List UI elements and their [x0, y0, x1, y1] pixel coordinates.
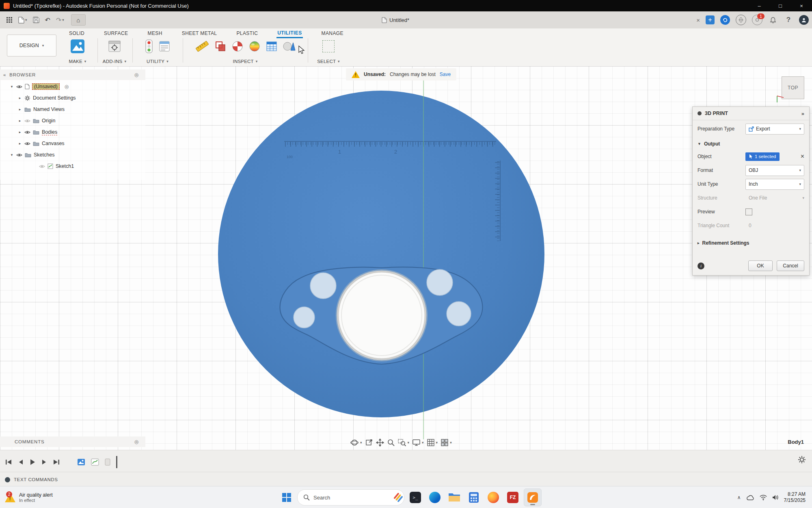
notifications-bell-icon[interactable] [768, 15, 778, 25]
skip-to-end-button[interactable] [53, 459, 60, 465]
browser-item-bodies[interactable]: ▸ Bodies [18, 127, 57, 137]
orbit-button[interactable]: ▾ [350, 438, 362, 447]
grid-settings-button[interactable]: ▾ [427, 439, 438, 447]
timeline-sketch-feature-icon[interactable] [91, 458, 99, 466]
weather-widget[interactable]: ! 2 Air quality alert In effect [0, 492, 98, 503]
simulation-traffic-light-icon[interactable] [145, 39, 153, 54]
start-button[interactable] [279, 489, 295, 506]
tab-surface[interactable]: SURFACE [103, 29, 129, 37]
tab-plastic[interactable]: PLASTIC [235, 29, 259, 37]
select-group-label[interactable]: SELECT▾ [317, 59, 340, 65]
minimize-button[interactable]: – [749, 0, 770, 11]
help-icon[interactable]: ? [784, 15, 793, 25]
bolt-hole[interactable] [447, 302, 471, 326]
caret-right-icon[interactable]: ▸ [18, 119, 22, 123]
caret-down-icon[interactable]: ▾ [10, 85, 14, 89]
ok-button[interactable]: OK [748, 261, 773, 271]
collapse-panel-icon[interactable]: « [3, 72, 6, 77]
make-group-label[interactable]: MAKE▾ [69, 59, 86, 65]
app-grid-icon[interactable] [3, 14, 15, 26]
interference-icon[interactable] [214, 40, 227, 52]
addins-group-label[interactable]: ADD-INS▾ [103, 59, 126, 65]
maximize-button[interactable]: □ [770, 0, 791, 11]
eye-icon[interactable] [16, 153, 22, 157]
eye-hidden-icon[interactable] [24, 119, 30, 123]
caret-right-icon[interactable]: ▸ [18, 141, 22, 145]
search-box[interactable]: Search [297, 489, 404, 506]
browser-item-origin[interactable]: ▸ Origin [18, 115, 55, 126]
taskbar-app-calculator[interactable] [465, 489, 482, 506]
onedrive-cloud-icon[interactable] [746, 495, 754, 500]
info-icon[interactable]: i [698, 263, 704, 269]
comments-panel-header[interactable]: COMMENTS ◎ [0, 436, 145, 447]
undo-button[interactable]: ↶ [42, 14, 53, 26]
step-forward-button[interactable] [41, 459, 47, 465]
timeline-settings-gear-icon[interactable] [797, 455, 806, 464]
timeline-canvas-feature-icon[interactable] [77, 458, 85, 466]
save-button[interactable] [30, 14, 42, 26]
taskbar-app-explorer[interactable] [446, 489, 463, 506]
activate-component-radio[interactable]: ◎ [65, 84, 69, 89]
taskbar-app-filezilla[interactable]: FZ [504, 489, 521, 506]
clear-selection-icon[interactable]: × [801, 153, 804, 160]
taskbar-clock[interactable]: 8:27 AM 7/15/2025 [784, 491, 806, 504]
wifi-icon[interactable] [760, 495, 767, 500]
browser-item-canvases[interactable]: ▸ Canvases [18, 138, 65, 149]
center-bore[interactable] [338, 271, 425, 359]
caret-right-icon[interactable]: ▸ [18, 96, 22, 100]
text-commands-bar[interactable]: TEXT COMMANDS [0, 472, 812, 487]
taskbar-app-firefox[interactable] [485, 489, 502, 506]
make-3d-print-icon[interactable] [69, 38, 86, 54]
curvature-analysis-icon[interactable] [248, 40, 261, 52]
step-back-button[interactable] [18, 459, 24, 465]
eye-icon[interactable] [24, 130, 30, 135]
eye-icon[interactable] [24, 141, 30, 146]
skip-to-start-button[interactable] [5, 459, 12, 465]
tab-solid[interactable]: SOLID [68, 29, 85, 37]
workspace-switcher[interactable]: DESIGN ▾ [7, 35, 56, 56]
viewports-button[interactable]: ▾ [441, 439, 452, 447]
measure-icon[interactable] [195, 40, 209, 53]
canvas-image-disk[interactable] [218, 91, 544, 417]
home-view-button[interactable]: ⌂ [71, 14, 86, 26]
document-tab[interactable]: Untitled* [382, 11, 409, 28]
browser-item-sketches[interactable]: ▾ Sketches [10, 150, 54, 160]
caret-right-icon[interactable]: ▸ [18, 107, 22, 111]
panel-options-icon[interactable]: ◎ [134, 72, 139, 78]
caret-right-icon[interactable]: ▸ [18, 130, 22, 134]
display-settings-button[interactable]: ▾ [412, 439, 424, 447]
tab-manage[interactable]: MANAGE [321, 29, 344, 37]
file-menu-button[interactable]: ▾ [15, 14, 30, 26]
addins-icon[interactable] [107, 39, 122, 54]
extensions-icon[interactable]: 1 [752, 15, 762, 25]
tab-utilities[interactable]: UTILITIES [276, 29, 302, 38]
preparation-type-select[interactable]: Export ▾ [745, 124, 804, 135]
dialog-header[interactable]: 3D PRINT » [693, 107, 809, 120]
timeline-position-marker[interactable] [116, 456, 117, 468]
object-selection-chip[interactable]: 1 selected [745, 152, 780, 161]
refinement-section-header[interactable]: ▸ Refinement Settings [693, 235, 809, 249]
browser-item-named-views[interactable]: ▸ Named Views [18, 104, 65, 115]
cancel-button[interactable]: Cancel [777, 261, 804, 271]
close-tab-icon[interactable]: × [696, 17, 700, 24]
panel-options-icon[interactable]: ◎ [134, 439, 139, 445]
web-globe-icon[interactable] [736, 15, 746, 25]
section-analysis-icon[interactable] [231, 40, 244, 52]
save-link[interactable]: Save [440, 72, 451, 77]
tab-mesh[interactable]: MESH [147, 29, 163, 37]
new-tab-button[interactable]: + [706, 15, 715, 24]
unit-type-select[interactable]: Inch ▾ [745, 179, 804, 190]
output-section-header[interactable]: ▼ Output [693, 136, 809, 150]
look-at-button[interactable] [365, 439, 373, 447]
browser-item-document-settings[interactable]: ▸ Document Settings [18, 93, 76, 103]
taskbar-app-edge[interactable] [426, 489, 443, 506]
job-status-icon[interactable] [720, 15, 730, 25]
data-table-icon[interactable] [266, 41, 278, 52]
eye-hidden-icon[interactable] [39, 164, 45, 169]
zoom-button[interactable] [387, 439, 395, 447]
taskbar-app-dark[interactable]: >_ [407, 489, 424, 506]
pan-button[interactable] [376, 439, 384, 447]
expand-dialog-icon[interactable]: » [801, 111, 804, 117]
timeline-feature-ghost-icon[interactable] [105, 458, 110, 466]
bolt-hole[interactable] [294, 307, 315, 328]
